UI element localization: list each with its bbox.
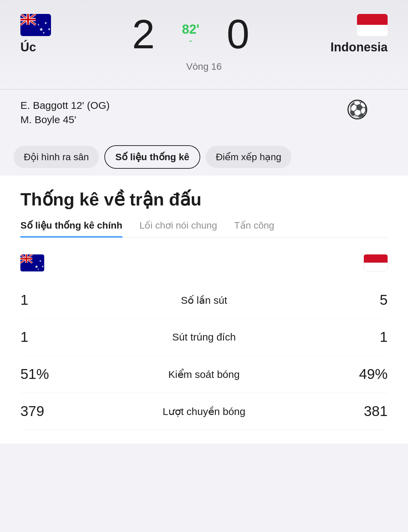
score-away: 0 [227, 14, 250, 54]
score-numbers: 2 82' - 0 [132, 14, 250, 54]
soccer-ball-icon: ⚽ [347, 100, 388, 119]
svg-rect-9 [20, 19, 36, 20]
team-flags-row: ★ ★ ★ ★ [20, 248, 388, 282]
svg-text:★: ★ [37, 268, 39, 270]
stats-body: ★ ★ ★ ★ 1 Số lần sút 5 1 Sút trúng đích … [0, 237, 408, 444]
tab-so-lieu[interactable]: Số liệu thống kê [104, 145, 200, 169]
tabs-row: Đội hình ra sân Số liệu thống kê Điểm xế… [0, 138, 408, 176]
svg-rect-24 [20, 258, 32, 260]
stats-title-section: Thống kê về trận đấu Số liệu thống kê ch… [0, 176, 408, 237]
stat-shots-home: 1 [20, 292, 61, 308]
svg-text:★: ★ [41, 265, 44, 268]
flag-australia: ★ ★ ★ ★ ★ [20, 14, 51, 36]
svg-text:★: ★ [42, 31, 45, 34]
svg-text:★: ★ [48, 27, 51, 31]
stats-tab-loi-choi[interactable]: Lối chơi nói chung [139, 220, 217, 237]
goal-row-1: E. Baggott 12' (OG) [20, 100, 110, 111]
stat-possession-home: 51% [20, 366, 61, 382]
stats-main-title: Thống kê về trận đấu [20, 189, 388, 210]
svg-text:★: ★ [44, 21, 47, 25]
tabs-section: Đội hình ra sân Số liệu thống kê Điểm xế… [0, 138, 408, 176]
flag-indonesia [357, 14, 388, 36]
goal-row-2: M. Boyle 45' [20, 114, 110, 126]
goal-text-2: M. Boyle 45' [20, 114, 76, 126]
svg-text:★: ★ [37, 23, 39, 26]
stat-shots-label: Số lần sút [61, 294, 347, 306]
score-divider [0, 89, 408, 89]
team-home-name: Úc [20, 40, 36, 54]
mini-flag-indonesia [364, 254, 388, 271]
tab-diem-xep-hang[interactable]: Điểm xếp hạng [206, 146, 292, 168]
flag-top [357, 14, 388, 25]
match-time: 82' [182, 22, 199, 37]
stat-ontarget-home: 1 [20, 329, 61, 345]
score-section: ★ ★ ★ ★ ★ Úc 2 82' - 0 [0, 0, 408, 89]
goals-list: E. Baggott 12' (OG) M. Boyle 45' [20, 100, 110, 128]
stats-tab-main[interactable]: Số liệu thống kê chính [20, 220, 122, 237]
svg-text:★: ★ [39, 260, 41, 263]
goals-section: E. Baggott 12' (OG) M. Boyle 45' ⚽ [0, 100, 408, 138]
score-center: 2 82' - 0 [132, 14, 250, 54]
time-block: 82' - [182, 22, 199, 46]
team-away: Indonesia [330, 14, 388, 54]
score-home: 2 [132, 14, 155, 54]
stat-row-possession: 51% Kiểm soát bóng 49% [20, 356, 388, 393]
stats-tab-tan-cong[interactable]: Tấn công [234, 220, 274, 237]
team-away-name: Indonesia [330, 40, 388, 54]
stat-passes-home: 379 [20, 403, 61, 419]
stat-row-passes: 379 Lượt chuyền bóng 381 [20, 393, 388, 430]
mini-flag-australia: ★ ★ ★ ★ [20, 254, 44, 271]
round-label: Vòng 16 [20, 61, 388, 72]
stat-ontarget-label: Sút trúng đích [61, 331, 347, 343]
stat-row-shots: 1 Số lần sút 5 [20, 282, 388, 319]
stat-row-on-target: 1 Sút trúng đích 1 [20, 319, 388, 356]
score-row: ★ ★ ★ ★ ★ Úc 2 82' - 0 [20, 14, 388, 54]
stat-passes-label: Lượt chuyền bóng [61, 405, 347, 417]
goal-text-1: E. Baggott 12' (OG) [20, 100, 110, 111]
stats-tabs-row: Số liệu thống kê chính Lối chơi nói chun… [20, 220, 388, 237]
stat-shots-away: 5 [347, 292, 388, 308]
stat-possession-label: Kiểm soát bóng [61, 368, 347, 380]
stat-passes-away: 381 [347, 403, 388, 419]
stat-ontarget-away: 1 [347, 329, 388, 345]
indo-flag-bottom [364, 263, 388, 271]
team-home: ★ ★ ★ ★ ★ Úc [20, 14, 51, 54]
indo-flag-top [364, 254, 388, 263]
tab-doi-hinh[interactable]: Đội hình ra sân [14, 146, 99, 168]
flag-bottom [357, 25, 388, 36]
stat-possession-away: 49% [347, 366, 388, 382]
